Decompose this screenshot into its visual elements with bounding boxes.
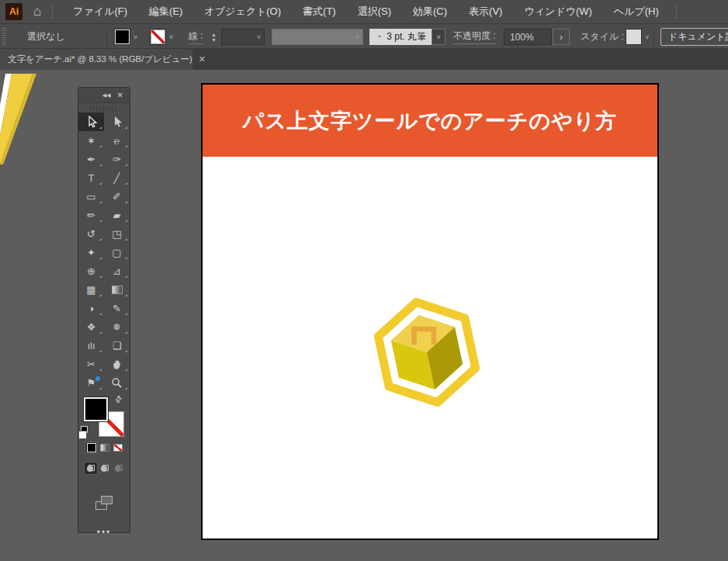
stroke-weight-dropdown[interactable]: ˅ <box>221 29 265 45</box>
slice-tool[interactable]: ✂ <box>78 355 104 373</box>
opacity-label[interactable]: 不透明度 : <box>453 29 496 44</box>
draw-behind-button[interactable] <box>98 462 112 475</box>
divider <box>106 29 107 45</box>
scale-tool[interactable]: ◳ <box>104 224 130 243</box>
style-label: スタイル : <box>581 30 624 43</box>
direct-selection-tool[interactable] <box>104 113 130 131</box>
eraser-tool[interactable]: ▰ <box>104 206 130 224</box>
screen-mode-icon[interactable] <box>95 496 113 510</box>
chevron-down-icon[interactable]: ˅ <box>642 33 652 41</box>
swap-fill-stroke-icon[interactable]: ⇄ <box>113 393 125 406</box>
fill-indicator[interactable] <box>83 397 109 422</box>
stroke-color-swatch[interactable] <box>150 29 166 45</box>
print-tiling-tool[interactable]: ⚑ <box>78 373 104 392</box>
gradient-tool[interactable] <box>104 280 130 299</box>
default-fill-stroke-icon[interactable] <box>81 426 88 433</box>
banner-title: パス上文字ツールでのアーチのやり方 <box>243 107 618 135</box>
divider <box>653 29 654 45</box>
width-tool[interactable]: ✦ <box>78 243 104 261</box>
perspective-grid-tool[interactable]: ⊿ <box>104 261 130 280</box>
lasso-tool[interactable]: ℮ <box>104 131 130 150</box>
menu-item-4[interactable]: 選択(S) <box>347 0 402 23</box>
menu-item-0[interactable]: ファイル(F) <box>62 0 138 23</box>
control-bar: 選択なし ˅ ˅ 線 : ▲▼ ˅ ˅ ・ 3 pt. 丸筆 ˅ 不透明度 : … <box>0 23 728 49</box>
width-profile-dropdown[interactable]: ˅ <box>272 29 363 45</box>
tools-panel: ◀◀ ✕ ✶℮✒✑T╱▭✐✏▰↺◳✦▢⊕⊿▦◑✎❖✵ılı❏✂⚑ ⇄ ••• <box>78 87 130 533</box>
type-tool[interactable]: T <box>78 168 104 187</box>
title-banner: パス上文字ツールでのアーチのやり方 <box>203 85 657 157</box>
home-icon[interactable]: ⌂ <box>33 4 41 19</box>
notification-dot <box>95 376 100 381</box>
curvature-tool[interactable]: ✑ <box>104 150 130 168</box>
document-title: 文字をアーチ.ai* @ 8.33 % (RGB/プレビュー) <box>0 54 192 65</box>
blend-tool[interactable]: ◑ <box>78 299 104 317</box>
color-mode-buttons <box>85 442 124 454</box>
close-panel-icon[interactable]: ✕ <box>117 91 123 99</box>
menu-item-5[interactable]: 効果(C) <box>402 0 458 23</box>
tools-grid: ✶℮✒✑T╱▭✐✏▰↺◳✦▢⊕⊿▦◑✎❖✵ılı❏✂⚑ <box>78 113 130 392</box>
chevron-down-icon[interactable]: ˅ <box>130 33 140 41</box>
collapse-panel-icon[interactable]: ◀◀ <box>102 92 111 99</box>
menu-item-1[interactable]: 編集(E) <box>138 0 193 23</box>
paintbrush-tool[interactable]: ✐ <box>104 187 130 206</box>
color-button[interactable] <box>85 442 98 454</box>
symbol-sprayer-tool[interactable]: ✵ <box>104 317 130 336</box>
draw-inside-button[interactable] <box>112 462 126 475</box>
rotate-tool[interactable]: ↺ <box>78 224 104 243</box>
line-segment-tool[interactable]: ╱ <box>104 168 130 187</box>
column-graph-tool[interactable]: ılı <box>78 336 104 355</box>
menu-item-6[interactable]: 表示(V) <box>458 0 513 23</box>
artboard-tool[interactable]: ❏ <box>104 336 130 355</box>
tools-panel-header[interactable]: ◀◀ ✕ <box>78 88 130 103</box>
pasteboard-artwork-stripe <box>0 70 47 175</box>
gradient-button[interactable] <box>98 442 111 454</box>
shaper-tool[interactable]: ✏ <box>78 206 104 224</box>
magic-wand-tool[interactable]: ✶ <box>78 131 104 150</box>
document-tab[interactable]: 文字をアーチ.ai* @ 8.33 % (RGB/プレビュー) ✕ <box>0 49 192 70</box>
chevron-down-icon[interactable]: ˅ <box>166 33 176 41</box>
opacity-expand-button[interactable]: › <box>553 29 570 45</box>
brush-dropdown-arrow[interactable]: ˅ <box>432 29 445 45</box>
draw-normal-button[interactable] <box>84 462 98 475</box>
menu-item-2[interactable]: オブジェクト(O) <box>193 0 292 23</box>
free-transform-tool[interactable]: ▢ <box>104 243 130 261</box>
selection-status: 選択なし <box>27 24 65 50</box>
menu-items: ファイル(F)編集(E)オブジェクト(O)書式(T)選択(S)効果(C)表示(V… <box>62 0 670 23</box>
zoom-tool[interactable] <box>104 373 130 392</box>
tab-close-icon[interactable]: ✕ <box>199 54 206 64</box>
menu-item-7[interactable]: ウィンドウ(W) <box>513 0 602 23</box>
brush-definition[interactable]: ・ 3 pt. 丸筆 <box>369 29 432 45</box>
cube-illustration <box>349 275 504 430</box>
menu-separator <box>676 4 677 19</box>
stroke-weight-label[interactable]: 線 : <box>189 29 203 44</box>
style-swatch[interactable] <box>626 29 642 45</box>
shape-builder-tool[interactable]: ⊕ <box>78 261 104 280</box>
drawing-mode-buttons <box>84 462 126 475</box>
opacity-input[interactable]: 100% <box>504 29 552 45</box>
fill-stroke-area: ⇄ <box>78 392 130 485</box>
none-button[interactable] <box>111 442 124 454</box>
artboard[interactable]: パス上文字ツールでのアーチのやり方 <box>201 83 659 540</box>
menu-item-3[interactable]: 書式(T) <box>292 0 347 23</box>
stroke-weight-stepper[interactable]: ▲▼ <box>211 24 217 50</box>
edit-toolbar-button[interactable]: ••• <box>78 527 130 538</box>
menu-bar: Ai ⌂ ファイル(F)編集(E)オブジェクト(O)書式(T)選択(S)効果(C… <box>0 0 728 23</box>
control-bar-grip[interactable] <box>2 28 6 46</box>
hand-tool[interactable] <box>104 355 130 373</box>
menu-item-8[interactable]: ヘルプ(H) <box>603 0 670 23</box>
document-setup-button[interactable]: ドキュメント設 <box>660 28 728 46</box>
symbols-tool[interactable]: ❖ <box>78 317 104 336</box>
rectangle-tool[interactable]: ▭ <box>78 187 104 206</box>
document-tab-bar: 文字をアーチ.ai* @ 8.33 % (RGB/プレビュー) ✕ <box>0 49 728 70</box>
selection-tool[interactable] <box>78 113 104 131</box>
panel-grip[interactable] <box>90 106 118 112</box>
menu-separator <box>52 4 53 19</box>
eyedropper-tool[interactable]: ✎ <box>104 299 130 317</box>
fill-color-swatch[interactable] <box>114 29 130 45</box>
pen-tool[interactable]: ✒ <box>78 150 104 168</box>
illustrator-logo-icon[interactable]: Ai <box>5 3 23 20</box>
mesh-tool[interactable]: ▦ <box>78 280 104 299</box>
canvas-area[interactable]: パス上文字ツールでのアーチのやり方 ◀◀ ✕ ✶℮✒✑T╱▭✐✏▰↺◳✦▢⊕⊿▦… <box>0 70 728 561</box>
